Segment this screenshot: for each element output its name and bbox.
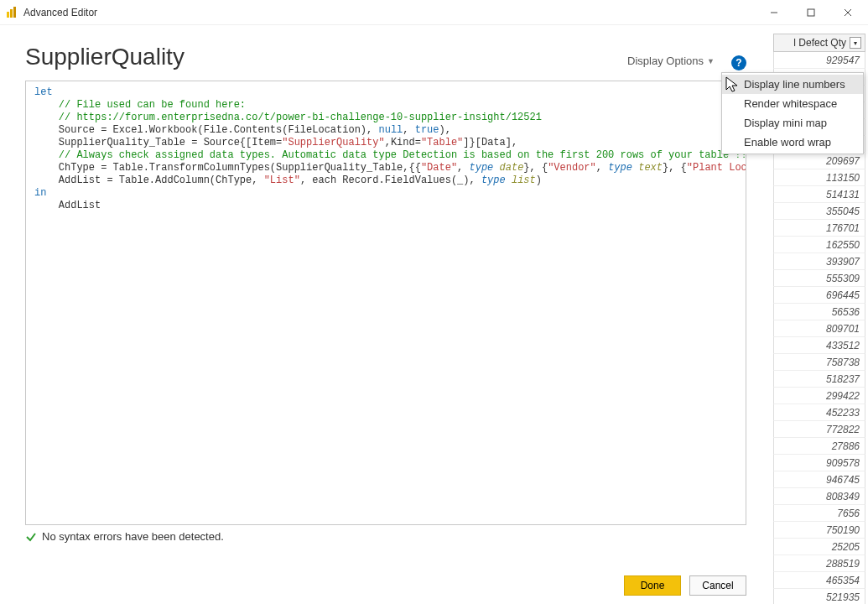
app-icon — [5, 6, 18, 19]
svg-rect-2 — [13, 7, 16, 18]
data-cell[interactable]: 162550 — [773, 237, 865, 253]
svg-rect-4 — [808, 9, 814, 16]
data-cell[interactable]: 355045 — [773, 203, 865, 220]
display-options-menu-item[interactable]: Render whitespace — [722, 94, 863, 113]
advanced-editor-dialog: SupplierQuality Display Options ▼ ? let … — [0, 25, 772, 604]
column-header-defect-qty[interactable]: l Defect Qty ▾ — [773, 34, 865, 52]
cancel-button-label: Cancel — [702, 580, 733, 591]
display-options-label: Display Options — [627, 55, 704, 67]
data-cell[interactable]: 452233 — [773, 404, 865, 421]
chevron-down-icon: ▼ — [707, 57, 715, 65]
query-name-heading: SupplierQuality — [25, 44, 185, 70]
syntax-status: No syntax errors have been detected. — [25, 530, 746, 543]
data-cell[interactable]: 27886 — [773, 438, 865, 455]
window-title: Advanced Editor — [23, 7, 756, 18]
data-cell[interactable]: 56536 — [773, 304, 865, 320]
data-cell[interactable]: 514131 — [773, 186, 865, 203]
data-cell[interactable]: 946745 — [773, 471, 865, 488]
data-cell[interactable]: 772822 — [773, 421, 865, 438]
data-cell[interactable]: 521935 — [773, 589, 865, 604]
data-cell[interactable]: 909578 — [773, 455, 865, 471]
titlebar: Advanced Editor — [0, 0, 868, 25]
data-cell[interactable]: 518237 — [773, 371, 865, 388]
svg-rect-1 — [10, 9, 13, 18]
display-options-menu-item[interactable]: Display mini map — [722, 113, 863, 133]
data-cell[interactable]: 433512 — [773, 337, 865, 354]
data-cell[interactable]: 393907 — [773, 253, 865, 270]
help-icon[interactable]: ? — [731, 55, 746, 70]
data-cell[interactable]: 750190 — [773, 522, 865, 539]
data-cell[interactable]: 555309 — [773, 270, 865, 287]
close-button[interactable] — [829, 1, 866, 24]
data-cell[interactable]: 25205 — [773, 539, 865, 555]
svg-rect-0 — [7, 12, 9, 18]
display-options-dropdown-trigger[interactable]: Display Options ▼ — [622, 51, 720, 70]
data-cell[interactable]: 696445 — [773, 287, 865, 304]
display-options-menu-item[interactable]: Display line numbers — [722, 75, 863, 94]
data-cell[interactable]: 288519 — [773, 555, 865, 572]
done-button-label: Done — [641, 580, 665, 591]
data-cell[interactable]: 176701 — [773, 220, 865, 237]
data-cell[interactable]: 7656 — [773, 505, 865, 522]
data-cell[interactable]: 209697 — [773, 153, 865, 169]
column-header-label: l Defect Qty — [793, 37, 846, 49]
cancel-button[interactable]: Cancel — [689, 575, 746, 596]
data-cell[interactable]: 758738 — [773, 354, 865, 371]
check-icon — [25, 531, 37, 543]
data-cell[interactable]: 299422 — [773, 388, 865, 404]
code-editor[interactable]: let // File used can be found here: // h… — [25, 81, 746, 525]
data-cell[interactable]: 808349 — [773, 488, 865, 505]
data-cell[interactable]: 809701 — [773, 320, 865, 337]
maximize-button[interactable] — [793, 1, 829, 24]
data-cell[interactable]: 929547 — [773, 52, 865, 69]
done-button[interactable]: Done — [624, 575, 681, 596]
data-cell[interactable]: 465354 — [773, 572, 865, 589]
display-options-menu-item[interactable]: Enable word wrap — [722, 133, 863, 152]
minimize-button[interactable] — [756, 1, 793, 24]
data-cell[interactable]: 113150 — [773, 169, 865, 186]
display-options-menu: Display line numbersRender whitespaceDis… — [721, 72, 864, 154]
column-filter-button[interactable]: ▾ — [850, 37, 861, 49]
syntax-status-text: No syntax errors have been detected. — [42, 530, 224, 543]
